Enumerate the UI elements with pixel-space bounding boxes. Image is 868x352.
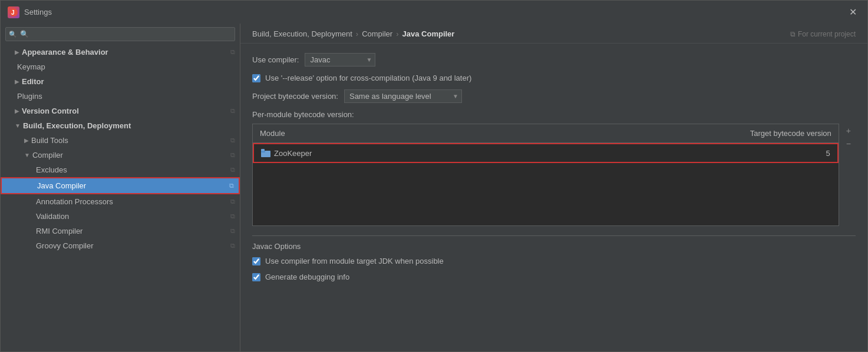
breadcrumb-sep-2: › xyxy=(396,29,398,38)
add-row-button[interactable]: + xyxy=(844,125,853,137)
sidebar-item-plugins[interactable]: Plugins xyxy=(1,89,240,104)
window-title: Settings xyxy=(24,8,52,16)
use-compiler-label: Use compiler: xyxy=(252,55,299,64)
sidebar-item-groovy[interactable]: Groovy Compiler ⧉ xyxy=(1,238,240,253)
col-target: Target bytecode version xyxy=(721,127,839,140)
settings-window: J Settings ✕ 🔍 ▶ Appearance & Behavior ⧉ xyxy=(0,0,868,352)
breadcrumb-item-2: Compiler xyxy=(362,29,392,38)
title-bar-left: J Settings xyxy=(8,6,52,18)
breadcrumb: Build, Execution, Deployment › Compiler … xyxy=(252,29,454,38)
module-icon xyxy=(261,148,270,158)
search-box: 🔍 xyxy=(5,27,235,41)
table-row[interactable]: ZooKeeper 5 xyxy=(253,143,839,163)
chevron-icon: ▶ xyxy=(15,49,19,55)
copy-icon: ⧉ xyxy=(230,48,235,56)
sidebar-item-label: Build, Execution, Deployment xyxy=(23,121,131,130)
right-panel: Build, Execution, Deployment › Compiler … xyxy=(240,24,867,351)
sidebar-item-validation[interactable]: Validation ⧉ xyxy=(1,209,240,224)
sidebar-item-build-tools[interactable]: ▶ Build Tools ⧉ xyxy=(1,133,240,148)
chevron-icon: ▼ xyxy=(24,152,30,158)
svg-text:J: J xyxy=(11,9,15,16)
bytecode-version-label: Project bytecode version: xyxy=(252,92,338,101)
sidebar-item-label: Keymap xyxy=(17,62,45,71)
sidebar-item-keymap[interactable]: Keymap xyxy=(1,59,240,74)
sidebar-item-label: Java Compiler xyxy=(37,181,86,190)
bytecode-version-select[interactable]: Same as language level 1.5 1.6 1.7 1.8 9 xyxy=(344,89,462,103)
module-table-outer: Module Target bytecode version xyxy=(252,124,856,228)
copy-icon: ⧉ xyxy=(230,227,235,235)
breadcrumb-item-3: Java Compiler xyxy=(402,29,455,38)
sidebar-item-label: Validation xyxy=(36,212,69,221)
sidebar: 🔍 ▶ Appearance & Behavior ⧉ Keymap ▶ xyxy=(1,24,240,351)
sidebar-item-label: Editor xyxy=(22,77,44,86)
sidebar-item-editor[interactable]: ▶ Editor xyxy=(1,74,240,89)
copy-icon: ⧉ xyxy=(230,107,235,115)
sidebar-item-label: Groovy Compiler xyxy=(36,241,94,250)
panel-header: Build, Execution, Deployment › Compiler … xyxy=(240,24,867,44)
chevron-icon: ▶ xyxy=(15,108,19,114)
copy-project-icon: ⧉ xyxy=(790,30,796,38)
javac-options-section: Javac Options xyxy=(252,235,856,251)
use-compiler-row: Use compiler: Javac Eclipse Ajc ▼ xyxy=(252,53,856,67)
breadcrumb-sep-1: › xyxy=(356,29,358,38)
svg-rect-4 xyxy=(261,149,265,151)
title-bar: J Settings ✕ xyxy=(1,1,867,24)
td-target: 5 xyxy=(720,147,837,160)
remove-row-button[interactable]: − xyxy=(844,138,853,150)
table-empty-area xyxy=(253,163,839,198)
for-current-project-label: For current project xyxy=(798,30,856,38)
module-name: ZooKeeper xyxy=(274,149,312,158)
panel-body: Use compiler: Javac Eclipse Ajc ▼ Use '-… xyxy=(240,44,867,351)
sidebar-item-label: Compiler xyxy=(32,151,63,160)
close-button[interactable]: ✕ xyxy=(846,5,860,19)
sidebar-item-label: Version Control xyxy=(22,107,79,115)
copy-icon: ⧉ xyxy=(230,242,235,250)
module-target-jdk-checkbox[interactable] xyxy=(252,257,260,265)
chevron-icon: ▶ xyxy=(24,137,29,144)
table-body: ZooKeeper 5 xyxy=(253,143,839,225)
bytecode-version-row: Project bytecode version: Same as langua… xyxy=(252,89,856,103)
module-table: Module Target bytecode version xyxy=(252,124,839,226)
search-input[interactable] xyxy=(5,27,235,41)
sidebar-item-java-compiler[interactable]: Java Compiler ⧉ xyxy=(1,177,240,194)
chevron-icon: ▶ xyxy=(15,78,19,85)
sidebar-item-rmi[interactable]: RMI Compiler ⧉ xyxy=(1,224,240,238)
compiler-select-wrap: Javac Eclipse Ajc ▼ xyxy=(305,53,375,67)
bytecode-select-wrap: Same as language level 1.5 1.6 1.7 1.8 9… xyxy=(344,89,462,103)
release-option-label: Use '--release' option for cross-compila… xyxy=(265,74,471,82)
copy-icon: ⧉ xyxy=(230,151,235,159)
release-option-row: Use '--release' option for cross-compila… xyxy=(252,74,856,82)
table-header: Module Target bytecode version xyxy=(253,124,839,143)
module-target-jdk-row: Use compiler from module target JDK when… xyxy=(252,257,856,265)
sidebar-item-excludes[interactable]: Excludes ⧉ xyxy=(1,162,240,177)
for-current-project: ⧉ For current project xyxy=(790,30,856,38)
copy-icon: ⧉ xyxy=(230,212,235,220)
td-module: ZooKeeper xyxy=(254,147,720,160)
copy-icon: ⧉ xyxy=(230,166,235,174)
sidebar-item-label: Excludes xyxy=(36,165,67,174)
breadcrumb-item-1: Build, Execution, Deployment xyxy=(252,29,352,38)
compiler-select[interactable]: Javac Eclipse Ajc xyxy=(305,53,375,67)
module-target-jdk-label: Use compiler from module target JDK when… xyxy=(265,257,444,265)
search-icon: 🔍 xyxy=(9,31,17,38)
sidebar-item-label: Appearance & Behavior xyxy=(22,48,108,57)
sidebar-item-build-exec[interactable]: ▼ Build, Execution, Deployment xyxy=(1,118,240,133)
copy-icon: ⧉ xyxy=(229,182,234,190)
sidebar-item-appearance[interactable]: ▶ Appearance & Behavior ⧉ xyxy=(1,45,240,59)
release-option-checkbox[interactable] xyxy=(252,74,260,82)
copy-icon: ⧉ xyxy=(230,137,235,144)
sidebar-list: ▶ Appearance & Behavior ⧉ Keymap ▶ Edito… xyxy=(1,45,240,351)
sidebar-item-version-control[interactable]: ▶ Version Control ⧉ xyxy=(1,104,240,118)
copy-icon: ⧉ xyxy=(230,198,235,205)
javac-options-label: Javac Options xyxy=(252,242,301,251)
sidebar-item-label: Annotation Processors xyxy=(36,197,113,206)
col-module: Module xyxy=(253,127,721,140)
generate-debugging-checkbox[interactable] xyxy=(252,273,260,281)
main-content: 🔍 ▶ Appearance & Behavior ⧉ Keymap ▶ xyxy=(1,24,867,351)
sidebar-item-annotation[interactable]: Annotation Processors ⧉ xyxy=(1,194,240,209)
app-icon: J xyxy=(8,6,19,18)
per-module-label: Per-module bytecode version: xyxy=(252,110,856,119)
generate-debugging-row: Generate debugging info xyxy=(252,273,856,281)
table-actions: + − xyxy=(841,124,856,151)
sidebar-item-compiler[interactable]: ▼ Compiler ⧉ xyxy=(1,148,240,162)
